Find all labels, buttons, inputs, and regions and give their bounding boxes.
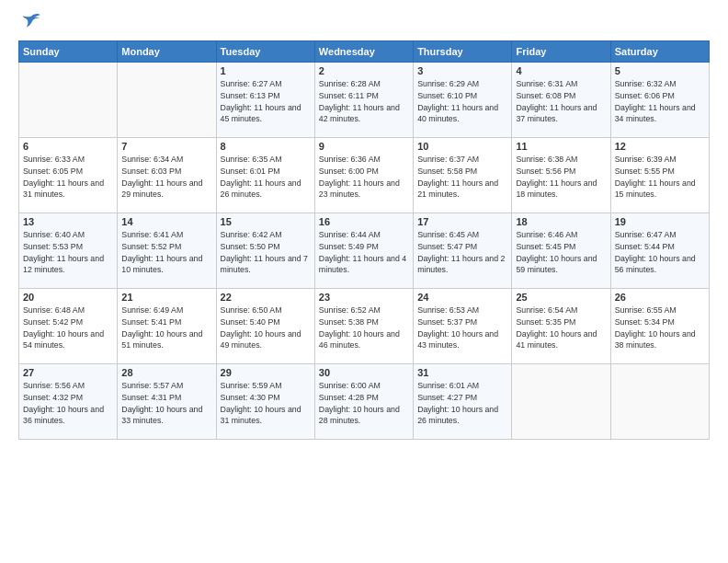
day-info: Sunrise: 5:56 AMSunset: 4:32 PMDaylight:… [23, 380, 113, 427]
logo [18, 15, 41, 31]
day-info: Sunrise: 6:34 AMSunset: 6:03 PMDaylight:… [121, 154, 211, 201]
table-row: 18Sunrise: 6:46 AMSunset: 5:45 PMDayligh… [512, 213, 610, 289]
bird-icon [21, 11, 41, 31]
week-row-4: 20Sunrise: 6:48 AMSunset: 5:42 PMDayligh… [19, 289, 710, 364]
calendar-header: SundayMondayTuesdayWednesdayThursdayFrid… [19, 41, 710, 63]
day-info: Sunrise: 6:37 AMSunset: 5:58 PMDaylight:… [417, 154, 507, 201]
week-row-2: 6Sunrise: 6:33 AMSunset: 6:05 PMDaylight… [19, 138, 710, 213]
table-row: 27Sunrise: 5:56 AMSunset: 4:32 PMDayligh… [19, 364, 118, 440]
day-number: 2 [319, 65, 409, 76]
day-number: 14 [121, 216, 211, 227]
day-number: 16 [319, 216, 409, 227]
day-number: 10 [417, 141, 507, 152]
table-row: 1Sunrise: 6:27 AMSunset: 6:13 PMDaylight… [216, 63, 314, 138]
day-number: 22 [221, 292, 311, 303]
day-info: Sunrise: 6:01 AMSunset: 4:27 PMDaylight:… [417, 380, 507, 427]
day-number: 31 [417, 367, 507, 378]
day-number: 7 [121, 141, 211, 152]
table-row: 20Sunrise: 6:48 AMSunset: 5:42 PMDayligh… [19, 289, 118, 364]
table-row: 19Sunrise: 6:47 AMSunset: 5:44 PMDayligh… [610, 213, 709, 289]
day-number: 4 [516, 65, 606, 76]
day-info: Sunrise: 6:49 AMSunset: 5:41 PMDaylight:… [121, 304, 211, 351]
table-row [512, 364, 610, 440]
day-info: Sunrise: 6:42 AMSunset: 5:50 PMDaylight:… [221, 229, 311, 276]
table-row: 22Sunrise: 6:50 AMSunset: 5:40 PMDayligh… [216, 289, 314, 364]
day-info: Sunrise: 6:45 AMSunset: 5:47 PMDaylight:… [417, 229, 507, 276]
table-row: 6Sunrise: 6:33 AMSunset: 6:05 PMDaylight… [19, 138, 118, 213]
table-row: 9Sunrise: 6:36 AMSunset: 6:00 PMDaylight… [314, 138, 413, 213]
page: SundayMondayTuesdayWednesdayThursdayFrid… [0, 0, 728, 563]
day-number: 26 [615, 292, 705, 303]
table-row: 31Sunrise: 6:01 AMSunset: 4:27 PMDayligh… [414, 364, 512, 440]
day-info: Sunrise: 6:33 AMSunset: 6:05 PMDaylight:… [23, 154, 113, 201]
day-number: 1 [221, 65, 311, 76]
day-number: 28 [121, 367, 211, 378]
day-number: 23 [319, 292, 409, 303]
day-info: Sunrise: 6:39 AMSunset: 5:55 PMDaylight:… [615, 154, 705, 201]
day-info: Sunrise: 6:53 AMSunset: 5:37 PMDaylight:… [417, 304, 507, 351]
day-number: 6 [23, 141, 113, 152]
table-row: 16Sunrise: 6:44 AMSunset: 5:49 PMDayligh… [314, 213, 413, 289]
day-info: Sunrise: 6:55 AMSunset: 5:34 PMDaylight:… [615, 304, 705, 351]
day-info: Sunrise: 5:59 AMSunset: 4:30 PMDaylight:… [221, 380, 311, 427]
day-number: 24 [417, 292, 507, 303]
day-info: Sunrise: 6:44 AMSunset: 5:49 PMDaylight:… [319, 229, 409, 276]
table-row: 8Sunrise: 6:35 AMSunset: 6:01 PMDaylight… [216, 138, 314, 213]
calendar-body: 1Sunrise: 6:27 AMSunset: 6:13 PMDaylight… [19, 63, 710, 440]
table-row: 2Sunrise: 6:28 AMSunset: 6:11 PMDaylight… [314, 63, 413, 138]
day-info: Sunrise: 6:46 AMSunset: 5:45 PMDaylight:… [516, 229, 606, 276]
table-row: 12Sunrise: 6:39 AMSunset: 5:55 PMDayligh… [610, 138, 709, 213]
day-info: Sunrise: 5:57 AMSunset: 4:31 PMDaylight:… [121, 380, 211, 427]
header-day-wednesday: Wednesday [314, 41, 413, 63]
day-number: 15 [221, 216, 311, 227]
week-row-3: 13Sunrise: 6:40 AMSunset: 5:53 PMDayligh… [19, 213, 710, 289]
table-row: 7Sunrise: 6:34 AMSunset: 6:03 PMDaylight… [118, 138, 216, 213]
table-row: 30Sunrise: 6:00 AMSunset: 4:28 PMDayligh… [314, 364, 413, 440]
day-number: 11 [516, 141, 606, 152]
day-number: 17 [417, 216, 507, 227]
day-info: Sunrise: 6:31 AMSunset: 6:08 PMDaylight:… [516, 78, 606, 125]
day-number: 18 [516, 216, 606, 227]
header [18, 15, 710, 31]
header-day-thursday: Thursday [414, 41, 512, 63]
day-info: Sunrise: 6:41 AMSunset: 5:52 PMDaylight:… [121, 229, 211, 276]
day-number: 29 [221, 367, 311, 378]
day-number: 12 [615, 141, 705, 152]
day-info: Sunrise: 6:50 AMSunset: 5:40 PMDaylight:… [221, 304, 311, 351]
day-info: Sunrise: 6:47 AMSunset: 5:44 PMDaylight:… [615, 229, 705, 276]
day-number: 30 [319, 367, 409, 378]
table-row: 4Sunrise: 6:31 AMSunset: 6:08 PMDaylight… [512, 63, 610, 138]
day-info: Sunrise: 6:35 AMSunset: 6:01 PMDaylight:… [221, 154, 311, 201]
header-row: SundayMondayTuesdayWednesdayThursdayFrid… [19, 41, 710, 63]
table-row: 14Sunrise: 6:41 AMSunset: 5:52 PMDayligh… [118, 213, 216, 289]
header-day-tuesday: Tuesday [216, 41, 314, 63]
table-row: 3Sunrise: 6:29 AMSunset: 6:10 PMDaylight… [414, 63, 512, 138]
day-info: Sunrise: 6:48 AMSunset: 5:42 PMDaylight:… [23, 304, 113, 351]
day-info: Sunrise: 6:38 AMSunset: 5:56 PMDaylight:… [516, 154, 606, 201]
day-number: 19 [615, 216, 705, 227]
day-number: 3 [417, 65, 507, 76]
week-row-5: 27Sunrise: 5:56 AMSunset: 4:32 PMDayligh… [19, 364, 710, 440]
day-info: Sunrise: 6:36 AMSunset: 6:00 PMDaylight:… [319, 154, 409, 201]
day-number: 20 [23, 292, 113, 303]
day-info: Sunrise: 6:29 AMSunset: 6:10 PMDaylight:… [417, 78, 507, 125]
table-row: 11Sunrise: 6:38 AMSunset: 5:56 PMDayligh… [512, 138, 610, 213]
table-row: 29Sunrise: 5:59 AMSunset: 4:30 PMDayligh… [216, 364, 314, 440]
day-number: 25 [516, 292, 606, 303]
day-number: 27 [23, 367, 113, 378]
table-row: 23Sunrise: 6:52 AMSunset: 5:38 PMDayligh… [314, 289, 413, 364]
day-number: 9 [319, 141, 409, 152]
week-row-1: 1Sunrise: 6:27 AMSunset: 6:13 PMDaylight… [19, 63, 710, 138]
table-row: 13Sunrise: 6:40 AMSunset: 5:53 PMDayligh… [19, 213, 118, 289]
table-row [610, 364, 709, 440]
day-info: Sunrise: 6:52 AMSunset: 5:38 PMDaylight:… [319, 304, 409, 351]
table-row: 10Sunrise: 6:37 AMSunset: 5:58 PMDayligh… [414, 138, 512, 213]
table-row [118, 63, 216, 138]
day-number: 8 [221, 141, 311, 152]
day-info: Sunrise: 6:00 AMSunset: 4:28 PMDaylight:… [319, 380, 409, 427]
day-number: 13 [23, 216, 113, 227]
calendar-table: SundayMondayTuesdayWednesdayThursdayFrid… [18, 40, 710, 440]
table-row: 5Sunrise: 6:32 AMSunset: 6:06 PMDaylight… [610, 63, 709, 138]
day-number: 5 [615, 65, 705, 76]
day-number: 21 [121, 292, 211, 303]
